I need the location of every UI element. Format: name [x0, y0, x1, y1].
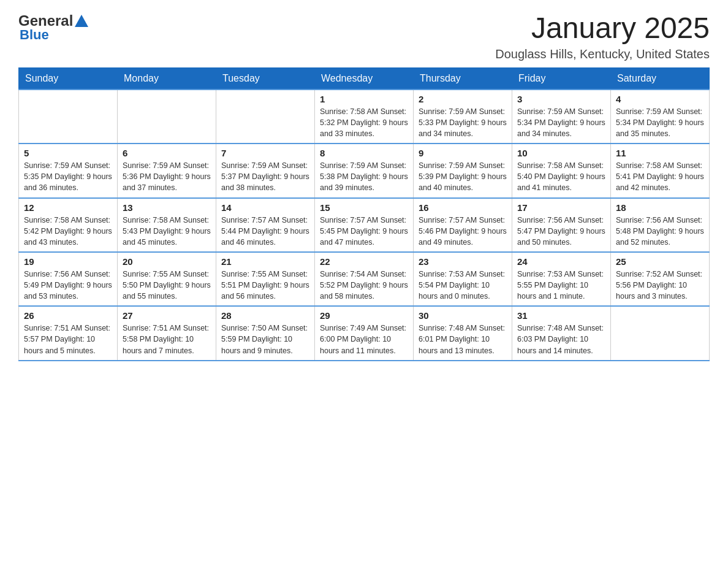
calendar-cell: 8Sunrise: 7:59 AM Sunset: 5:38 PM Daylig…	[315, 144, 414, 197]
day-number: 17	[517, 202, 605, 213]
day-info: Sunrise: 7:55 AM Sunset: 5:51 PM Dayligh…	[221, 269, 309, 302]
calendar-cell: 25Sunrise: 7:52 AM Sunset: 5:56 PM Dayli…	[611, 252, 710, 306]
day-number: 11	[616, 148, 704, 158]
month-title: January 2025	[495, 12, 710, 45]
calendar-cell: 3Sunrise: 7:59 AM Sunset: 5:34 PM Daylig…	[512, 90, 611, 144]
day-info: Sunrise: 7:56 AM Sunset: 5:48 PM Dayligh…	[616, 215, 704, 248]
calendar-cell: 26Sunrise: 7:51 AM Sunset: 5:57 PM Dayli…	[19, 306, 118, 360]
calendar-cell	[118, 90, 216, 144]
day-number: 7	[221, 148, 309, 158]
day-info: Sunrise: 7:59 AM Sunset: 5:34 PM Dayligh…	[517, 106, 605, 139]
calendar-cell: 23Sunrise: 7:53 AM Sunset: 5:54 PM Dayli…	[414, 252, 512, 306]
day-number: 9	[419, 148, 507, 158]
calendar-cell: 18Sunrise: 7:56 AM Sunset: 5:48 PM Dayli…	[611, 198, 710, 252]
day-number: 30	[419, 310, 507, 321]
calendar-cell: 7Sunrise: 7:59 AM Sunset: 5:37 PM Daylig…	[216, 144, 315, 197]
calendar-cell: 13Sunrise: 7:58 AM Sunset: 5:43 PM Dayli…	[118, 198, 216, 252]
week-row-4: 19Sunrise: 7:56 AM Sunset: 5:49 PM Dayli…	[19, 252, 710, 306]
page-header: General Blue January 2025 Douglass Hills…	[18, 12, 710, 61]
day-number: 5	[24, 148, 112, 158]
weekday-header-wednesday: Wednesday	[315, 67, 414, 90]
day-info: Sunrise: 7:56 AM Sunset: 5:49 PM Dayligh…	[24, 269, 112, 302]
day-info: Sunrise: 7:58 AM Sunset: 5:43 PM Dayligh…	[123, 215, 211, 248]
day-info: Sunrise: 7:50 AM Sunset: 5:59 PM Dayligh…	[221, 323, 309, 356]
day-number: 29	[320, 310, 408, 321]
day-info: Sunrise: 7:58 AM Sunset: 5:32 PM Dayligh…	[320, 106, 408, 139]
day-number: 1	[320, 94, 408, 104]
day-info: Sunrise: 7:57 AM Sunset: 5:44 PM Dayligh…	[221, 215, 309, 248]
day-number: 6	[123, 148, 211, 158]
day-info: Sunrise: 7:58 AM Sunset: 5:41 PM Dayligh…	[616, 160, 704, 193]
calendar-cell: 14Sunrise: 7:57 AM Sunset: 5:44 PM Dayli…	[216, 198, 315, 252]
day-number: 20	[123, 256, 211, 267]
day-number: 22	[320, 256, 408, 267]
calendar-cell: 4Sunrise: 7:59 AM Sunset: 5:34 PM Daylig…	[611, 90, 710, 144]
day-number: 21	[221, 256, 309, 267]
day-info: Sunrise: 7:54 AM Sunset: 5:52 PM Dayligh…	[320, 269, 408, 302]
day-number: 27	[123, 310, 211, 321]
weekday-header-monday: Monday	[118, 67, 216, 90]
calendar-cell: 1Sunrise: 7:58 AM Sunset: 5:32 PM Daylig…	[315, 90, 414, 144]
day-number: 28	[221, 310, 309, 321]
day-info: Sunrise: 7:49 AM Sunset: 6:00 PM Dayligh…	[320, 323, 408, 356]
weekday-header-sunday: Sunday	[19, 67, 118, 90]
calendar-table: SundayMondayTuesdayWednesdayThursdayFrid…	[18, 67, 710, 361]
calendar-cell: 9Sunrise: 7:59 AM Sunset: 5:39 PM Daylig…	[414, 144, 512, 197]
logo-blue-text: Blue	[18, 27, 49, 43]
day-info: Sunrise: 7:59 AM Sunset: 5:36 PM Dayligh…	[123, 160, 211, 193]
calendar-cell: 20Sunrise: 7:55 AM Sunset: 5:50 PM Dayli…	[118, 252, 216, 306]
day-number: 10	[517, 148, 605, 158]
week-row-3: 12Sunrise: 7:58 AM Sunset: 5:42 PM Dayli…	[19, 198, 710, 252]
day-info: Sunrise: 7:48 AM Sunset: 6:03 PM Dayligh…	[517, 323, 605, 356]
day-number: 24	[517, 256, 605, 267]
day-info: Sunrise: 7:59 AM Sunset: 5:38 PM Dayligh…	[320, 160, 408, 193]
calendar-cell: 27Sunrise: 7:51 AM Sunset: 5:58 PM Dayli…	[118, 306, 216, 360]
day-info: Sunrise: 7:48 AM Sunset: 6:01 PM Dayligh…	[419, 323, 507, 356]
svg-marker-0	[75, 15, 88, 27]
day-number: 26	[24, 310, 112, 321]
day-number: 31	[517, 310, 605, 321]
day-info: Sunrise: 7:52 AM Sunset: 5:56 PM Dayligh…	[616, 269, 704, 302]
calendar-cell: 28Sunrise: 7:50 AM Sunset: 5:59 PM Dayli…	[216, 306, 315, 360]
location-subtitle: Douglass Hills, Kentucky, United States	[495, 47, 710, 61]
calendar-cell: 2Sunrise: 7:59 AM Sunset: 5:33 PM Daylig…	[414, 90, 512, 144]
day-info: Sunrise: 7:59 AM Sunset: 5:33 PM Dayligh…	[419, 106, 507, 139]
day-info: Sunrise: 7:58 AM Sunset: 5:40 PM Dayligh…	[517, 160, 605, 193]
calendar-cell: 30Sunrise: 7:48 AM Sunset: 6:01 PM Dayli…	[414, 306, 512, 360]
day-info: Sunrise: 7:53 AM Sunset: 5:54 PM Dayligh…	[419, 269, 507, 302]
calendar-cell: 10Sunrise: 7:58 AM Sunset: 5:40 PM Dayli…	[512, 144, 611, 197]
calendar-cell: 15Sunrise: 7:57 AM Sunset: 5:45 PM Dayli…	[315, 198, 414, 252]
day-number: 2	[419, 94, 507, 104]
logo: General Blue	[18, 12, 88, 43]
day-number: 23	[419, 256, 507, 267]
day-info: Sunrise: 7:59 AM Sunset: 5:34 PM Dayligh…	[616, 106, 704, 139]
day-number: 19	[24, 256, 112, 267]
weekday-header-friday: Friday	[512, 67, 611, 90]
day-info: Sunrise: 7:51 AM Sunset: 5:58 PM Dayligh…	[123, 323, 211, 356]
logo-triangle-icon	[75, 15, 88, 27]
calendar-cell: 16Sunrise: 7:57 AM Sunset: 5:46 PM Dayli…	[414, 198, 512, 252]
day-number: 12	[24, 202, 112, 213]
calendar-cell: 22Sunrise: 7:54 AM Sunset: 5:52 PM Dayli…	[315, 252, 414, 306]
day-info: Sunrise: 7:59 AM Sunset: 5:39 PM Dayligh…	[419, 160, 507, 193]
calendar-cell: 29Sunrise: 7:49 AM Sunset: 6:00 PM Dayli…	[315, 306, 414, 360]
weekday-header-row: SundayMondayTuesdayWednesdayThursdayFrid…	[19, 67, 710, 90]
day-info: Sunrise: 7:57 AM Sunset: 5:46 PM Dayligh…	[419, 215, 507, 248]
calendar-cell	[216, 90, 315, 144]
day-info: Sunrise: 7:57 AM Sunset: 5:45 PM Dayligh…	[320, 215, 408, 248]
calendar-cell: 31Sunrise: 7:48 AM Sunset: 6:03 PM Dayli…	[512, 306, 611, 360]
day-number: 13	[123, 202, 211, 213]
day-number: 15	[320, 202, 408, 213]
day-number: 18	[616, 202, 704, 213]
title-area: January 2025 Douglass Hills, Kentucky, U…	[495, 12, 710, 61]
day-info: Sunrise: 7:59 AM Sunset: 5:37 PM Dayligh…	[221, 160, 309, 193]
calendar-cell: 11Sunrise: 7:58 AM Sunset: 5:41 PM Dayli…	[611, 144, 710, 197]
day-number: 25	[616, 256, 704, 267]
calendar-cell: 19Sunrise: 7:56 AM Sunset: 5:49 PM Dayli…	[19, 252, 118, 306]
day-number: 3	[517, 94, 605, 104]
day-info: Sunrise: 7:58 AM Sunset: 5:42 PM Dayligh…	[24, 215, 112, 248]
calendar-cell: 6Sunrise: 7:59 AM Sunset: 5:36 PM Daylig…	[118, 144, 216, 197]
calendar-cell: 5Sunrise: 7:59 AM Sunset: 5:35 PM Daylig…	[19, 144, 118, 197]
day-info: Sunrise: 7:51 AM Sunset: 5:57 PM Dayligh…	[24, 323, 112, 356]
day-info: Sunrise: 7:55 AM Sunset: 5:50 PM Dayligh…	[123, 269, 211, 302]
